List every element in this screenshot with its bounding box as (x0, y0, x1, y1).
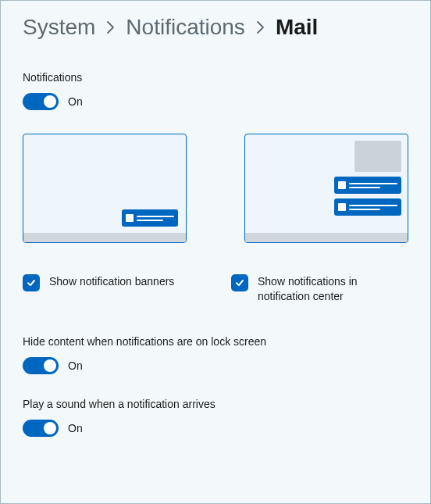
notifications-toggle-state: On (68, 95, 83, 108)
center-label: Show notifications in notification cente… (258, 274, 408, 304)
banner-notif-icon (122, 209, 178, 227)
preview-banner[interactable] (23, 134, 187, 243)
banners-checkbox[interactable] (23, 274, 40, 291)
sound-toggle-state: On (68, 422, 83, 434)
breadcrumb-mail: Mail (276, 15, 318, 40)
breadcrumb-notifications[interactable]: Notifications (126, 15, 245, 40)
action-center-notif-icon (334, 177, 401, 194)
breadcrumb: System Notifications Mail (23, 15, 408, 40)
notifications-toggle[interactable] (23, 93, 59, 110)
check-icon (234, 277, 245, 288)
hide-content-label: Hide content when notifications are on l… (23, 335, 408, 348)
notifications-label: Notifications (23, 71, 408, 84)
action-center-notif-icon (334, 198, 401, 216)
preview-action-center[interactable] (244, 134, 408, 243)
banners-label: Show notification banners (49, 274, 174, 289)
center-checkbox[interactable] (231, 274, 248, 291)
hide-content-toggle[interactable] (23, 357, 59, 374)
sound-toggle[interactable] (23, 420, 59, 437)
chevron-right-icon (106, 20, 115, 34)
breadcrumb-system[interactable]: System (23, 15, 95, 40)
action-center-panel-icon (354, 141, 401, 172)
chevron-right-icon (256, 20, 265, 34)
check-icon (26, 277, 37, 288)
sound-label: Play a sound when a notification arrives (23, 398, 408, 410)
hide-content-toggle-state: On (68, 359, 83, 372)
notification-previews (23, 134, 408, 243)
